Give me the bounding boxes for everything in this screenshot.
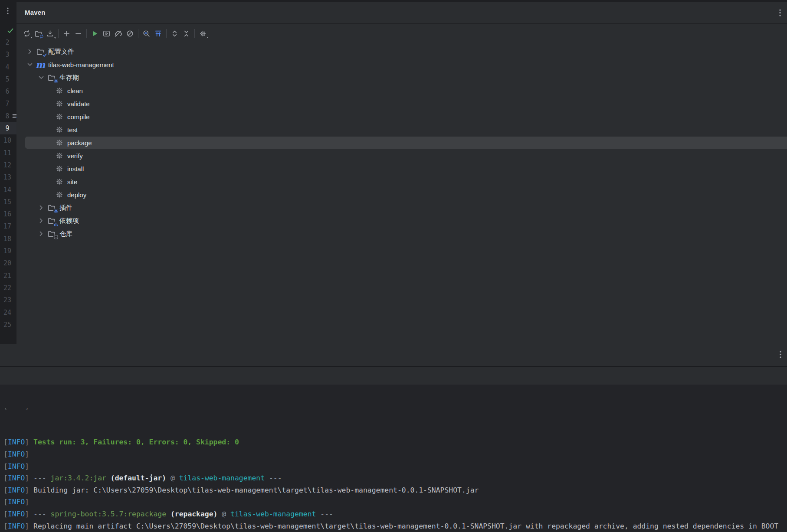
toolbar-separator (138, 29, 138, 38)
tree-label: deploy (67, 191, 90, 199)
tree-row-goal-deploy[interactable]: deploy (16, 188, 787, 201)
tree-label: tilas-web-management (48, 61, 118, 69)
line-number-10: 10 (0, 134, 15, 147)
console-lines: [INFO] Tests run: 3, Failures: 0, Errors… (0, 436, 787, 532)
sync-icon[interactable] (21, 28, 33, 39)
run-panel-kebab-icon[interactable] (777, 351, 784, 358)
gutter-stack-icon[interactable] (12, 113, 16, 119)
settings-icon[interactable] (197, 28, 209, 39)
clipped-console-line: [INFO] (0, 408, 787, 412)
line-number-24: 24 (0, 307, 15, 319)
dependency-analyzer-icon[interactable] (141, 28, 152, 39)
tree-label: site (67, 178, 81, 186)
line-number-13: 13 (0, 171, 15, 183)
chevron-right-icon[interactable] (36, 230, 47, 237)
folder-gear-icon (47, 204, 56, 212)
tree-label: 依赖项 (59, 217, 82, 225)
maven-module-icon: m (36, 61, 45, 69)
tree-row-goal-validate[interactable]: validate (16, 97, 787, 110)
chevron-right-icon[interactable] (36, 204, 47, 211)
goal-gear-icon (55, 139, 64, 147)
maven-project-tree: 配置文件mtilas-web-management生存期cleanvalidat… (16, 43, 787, 240)
line-number-25: 25 (0, 319, 15, 331)
chevron-right-icon[interactable] (24, 48, 36, 55)
run-icon[interactable] (89, 28, 101, 39)
editor-gutter: 2345678910111213141516171819202122232425 (0, 0, 16, 344)
chevron-down-icon[interactable] (24, 61, 36, 68)
tree-row-goal-compile[interactable]: compile (16, 110, 787, 123)
chevron-down-icon[interactable] (36, 74, 47, 81)
goal-gear-icon (55, 165, 64, 173)
tree-label: install (67, 165, 87, 173)
tree-row-lifecycle[interactable]: 生存期 (16, 71, 787, 84)
tree-row-goal-site[interactable]: site (16, 175, 787, 188)
execute-goal-icon[interactable] (101, 28, 112, 39)
tree-row-dependencies[interactable]: 依赖项 (16, 214, 787, 227)
console-line: [INFO] (0, 460, 787, 473)
tool-window-options-kebab-icon[interactable] (777, 9, 783, 16)
repo-badge-icon (53, 235, 58, 239)
profiles-icon[interactable] (152, 28, 164, 39)
tool-window-stripe-kebab-icon[interactable] (5, 7, 11, 14)
ide-root: 2345678910111213141516171819202122232425… (0, 0, 787, 532)
toolbar-separator (194, 29, 195, 38)
tree-row-goal-clean[interactable]: clean (16, 84, 787, 97)
folder-chart-icon (47, 217, 56, 225)
tree-row-project-tilas-web-management[interactable]: mtilas-web-management (16, 58, 787, 71)
offline-mode-icon[interactable] (112, 28, 124, 39)
console-line: [INFO] --- jar:3.4.2:jar (default-jar) @… (0, 472, 787, 484)
tree-label: validate (67, 100, 93, 108)
console-line: [INFO] Tests run: 3, Failures: 0, Errors… (0, 436, 787, 448)
tree-row-goal-test[interactable]: test (16, 123, 787, 136)
console-line: [INFO] --- spring-boot:3.5.7:repackage (… (0, 508, 787, 520)
gear-badge-icon (53, 78, 58, 83)
skip-tests-icon[interactable] (124, 28, 136, 39)
gear-badge-icon (53, 209, 58, 213)
tree-row-goal-package[interactable]: package (16, 136, 787, 149)
tree-label: test (67, 126, 81, 134)
line-number-18: 18 (0, 233, 15, 245)
console-line: [INFO] Building jar: C:\Users\27059\Desk… (0, 484, 787, 496)
expand-all-icon[interactable] (169, 28, 180, 39)
folder-check-icon (36, 48, 45, 55)
tree-row-goal-install[interactable]: install (16, 162, 787, 175)
line-number-20: 20 (0, 257, 15, 269)
toolbar-separator (166, 29, 167, 38)
chevron-right-icon[interactable] (36, 217, 47, 224)
tree-row-repositories[interactable]: 仓库 (16, 227, 787, 240)
tree-row-goal-verify[interactable]: verify (16, 149, 787, 162)
line-number-23: 23 (0, 294, 15, 306)
goal-gear-icon (55, 152, 64, 160)
tool-window-title: Maven (25, 9, 46, 16)
console-line: [INFO] (0, 496, 787, 508)
tree-row-profiles[interactable]: 配置文件 (16, 45, 787, 58)
inspection-ok-check-icon[interactable] (7, 27, 14, 34)
toolbar-separator (86, 29, 87, 38)
run-panel-header (0, 344, 787, 366)
tree-label: verify (67, 152, 86, 160)
tree-label: 插件 (59, 204, 76, 212)
tree-label: 仓库 (59, 230, 76, 238)
maven-tool-window-header: Maven (16, 2, 787, 24)
line-number-7: 7 (0, 98, 15, 110)
line-number-11: 11 (0, 147, 15, 159)
line-number-5: 5 (0, 73, 15, 85)
build-console: [INFO] [INFO] Tests run: 3, Failures: 0,… (0, 385, 787, 532)
collapse-all-icon[interactable] (180, 28, 192, 39)
line-number-19: 19 (0, 245, 15, 257)
add-icon[interactable] (61, 28, 72, 39)
chart-badge-icon (53, 222, 58, 226)
folder-gear-icon (47, 74, 56, 82)
console-top-strip (0, 366, 787, 385)
line-number-3: 3 (0, 49, 15, 61)
remove-icon[interactable] (72, 28, 84, 39)
line-number-15: 15 (0, 196, 15, 208)
generate-sources-icon[interactable] (33, 28, 44, 39)
goal-gear-icon (55, 126, 64, 134)
line-number-9: 9 (0, 122, 15, 134)
goal-gear-icon (55, 178, 64, 186)
download-sources-icon[interactable] (44, 28, 56, 39)
tree-label: 生存期 (59, 74, 82, 82)
tree-row-plugins[interactable]: 插件 (16, 201, 787, 214)
line-number-4: 4 (0, 61, 15, 73)
